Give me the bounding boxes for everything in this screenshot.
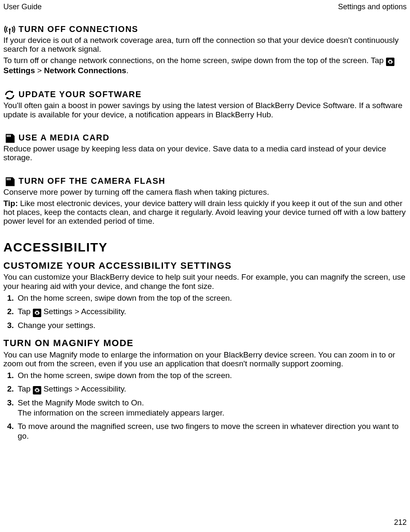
- list-item: Change your settings.: [16, 320, 407, 331]
- heading-text: Turn on Magnify mode: [3, 338, 133, 348]
- section-heading-turn-on-magnify: Turn on Magnify mode: [3, 338, 407, 348]
- page: User Guide Settings and options Turn off…: [0, 0, 410, 532]
- heading-text: Turn off connections: [19, 24, 138, 34]
- antenna-icon: [3, 24, 16, 36]
- svg-rect-2: [7, 135, 8, 137]
- section-heading-accessibility: Accessibility: [3, 240, 407, 255]
- heading-text: Use a media card: [19, 133, 109, 143]
- media-card-icon: [3, 132, 16, 144]
- heading-text: Customize your accessibility settings: [3, 260, 232, 271]
- steps-list: On the home screen, swipe down from the …: [3, 293, 407, 331]
- gear-icon: [33, 386, 41, 394]
- paragraph: If your device is out of a network cover…: [3, 36, 407, 54]
- svg-rect-5: [7, 178, 8, 180]
- header-left: User Guide: [3, 3, 42, 11]
- paragraph: You'll often gain a boost in power savin…: [3, 101, 407, 119]
- list-item: On the home screen, swipe down from the …: [16, 293, 407, 303]
- svg-rect-3: [8, 135, 9, 137]
- heading-text: Update your software: [19, 90, 142, 99]
- section-heading-customize-accessibility: Customize your accessibility settings: [3, 260, 407, 271]
- media-card-icon: [3, 176, 16, 188]
- gear-icon: [386, 58, 394, 66]
- refresh-icon: [3, 89, 16, 101]
- svg-rect-7: [10, 178, 11, 180]
- svg-rect-1: [9, 30, 10, 34]
- heading-text: Accessibility: [3, 240, 108, 255]
- section-heading-use-media-card: Use a media card: [3, 131, 407, 143]
- header-right: Settings and options: [338, 3, 407, 11]
- section-heading-turn-off-connections: Turn off connections: [3, 22, 407, 34]
- paragraph: You can customize your BlackBerry device…: [3, 273, 407, 291]
- list-item: Set the Magnify Mode switch to On. The i…: [16, 398, 407, 418]
- paragraph: To turn off or change network connection…: [3, 56, 407, 75]
- list-item: To move around the magnified screen, use…: [16, 421, 407, 442]
- svg-rect-4: [10, 135, 11, 137]
- page-header: User Guide Settings and options: [3, 3, 407, 11]
- paragraph: You can use Magnify mode to enlarge the …: [3, 350, 407, 368]
- svg-rect-6: [8, 178, 9, 180]
- list-item: Tap Settings > Accessibility.: [16, 307, 407, 317]
- list-item: Tap Settings > Accessibility.: [16, 384, 407, 394]
- heading-text: Turn off the camera flash: [19, 176, 165, 186]
- steps-list: On the home screen, swipe down from the …: [3, 371, 407, 441]
- section-heading-update-software: Update your software: [3, 87, 407, 99]
- list-item: On the home screen, swipe down from the …: [16, 371, 407, 381]
- paragraph: Reduce power usage by keeping less data …: [3, 144, 407, 162]
- section-heading-turn-off-flash: Turn off the camera flash: [3, 174, 407, 186]
- gear-icon: [33, 309, 41, 317]
- paragraph: Conserve more power by turning off the c…: [3, 188, 407, 196]
- page-number: 212: [394, 518, 407, 527]
- tip-paragraph: Tip: Like most electronic devices, your …: [3, 199, 407, 226]
